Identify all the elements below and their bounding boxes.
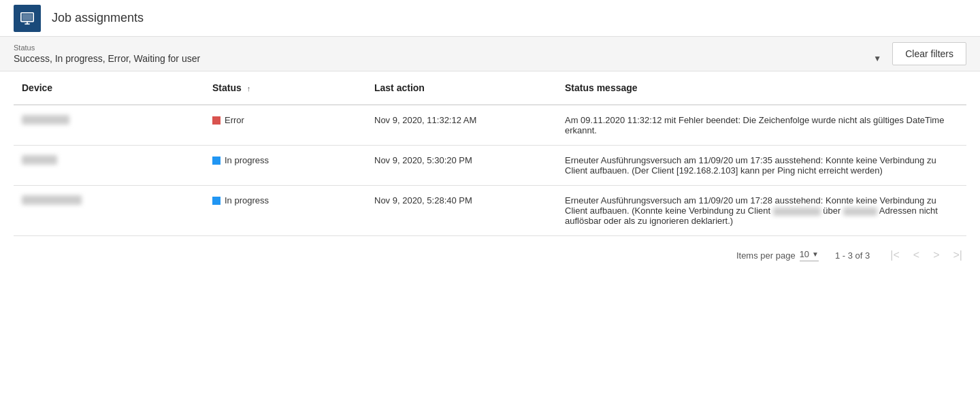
table-row: Error Nov 9, 2020, 11:32:12 AM Am 09.11.…: [14, 105, 966, 146]
pagination-range: 1 - 3 of 3: [835, 250, 870, 261]
status-filter[interactable]: Status Success, In progress, Error, Wait…: [14, 44, 881, 64]
error-status-icon: [212, 116, 220, 125]
table-row: In progress Nov 9, 2020, 5:28:40 PM Erne…: [14, 186, 966, 236]
inprogress-status-icon: [212, 197, 220, 205]
table-header: Device Status ↑ Last action Status messa…: [14, 71, 966, 105]
filter-selected-value: Success, In progress, Error, Waiting for…: [14, 53, 868, 64]
device-name-blurred: [22, 115, 69, 125]
filter-label: Status: [14, 44, 881, 52]
col-header-status[interactable]: Status ↑: [204, 71, 366, 105]
prev-page-button[interactable]: <: [909, 247, 924, 263]
job-assignments-table: Device Status ↑ Last action Status messa…: [14, 71, 966, 236]
chevron-down-icon: ▼: [812, 250, 819, 258]
first-page-button[interactable]: |<: [886, 247, 904, 263]
inprogress-status-icon: [212, 157, 220, 165]
status-message-cell: Erneuter Ausführungsversuch am 11/09/20 …: [557, 146, 966, 186]
last-action-cell: Nov 9, 2020, 5:28:40 PM: [366, 186, 557, 236]
app-header: Job assignments: [0, 0, 980, 37]
table-row: In progress Nov 9, 2020, 5:30:20 PM Erne…: [14, 146, 966, 186]
status-cell: In progress: [204, 186, 366, 236]
last-action-cell: Nov 9, 2020, 11:32:12 AM: [366, 105, 557, 146]
filter-bar: Status Success, In progress, Error, Wait…: [0, 37, 980, 71]
device-cell: [14, 105, 204, 146]
svg-rect-3: [22, 14, 33, 20]
status-label: In progress: [225, 195, 269, 206]
next-page-button[interactable]: >: [929, 247, 943, 263]
last-page-button[interactable]: >|: [949, 247, 967, 263]
status-message-cell: Erneuter Ausführungsversuch am 11/09/20 …: [557, 186, 966, 236]
table-container: Device Status ↑ Last action Status messa…: [0, 71, 980, 236]
device-name-blurred: [22, 155, 57, 165]
page-title: Job assignments: [52, 11, 144, 25]
status-label: In progress: [225, 155, 269, 165]
table-header-row: Device Status ↑ Last action Status messa…: [14, 71, 966, 105]
status-cell: Error: [204, 105, 366, 146]
filter-value-display[interactable]: Success, In progress, Error, Waiting for…: [14, 53, 881, 64]
col-header-last-action: Last action: [366, 71, 557, 105]
app-logo: [14, 5, 41, 32]
status-label: Error: [225, 115, 244, 125]
table-body: Error Nov 9, 2020, 11:32:12 AM Am 09.11.…: [14, 105, 966, 236]
col-header-device: Device: [14, 71, 204, 105]
status-message-cell: Am 09.11.2020 11:32:12 mit Fehler beende…: [557, 105, 966, 146]
device-name-blurred: [22, 195, 82, 205]
pagination-bar: Items per page 10 ▼ 1 - 3 of 3 |< < > >|: [0, 236, 980, 274]
items-per-page-label: Items per page: [736, 250, 796, 261]
monitor-icon: [20, 11, 35, 26]
items-per-page: Items per page 10 ▼: [736, 249, 819, 261]
sort-asc-icon: ↑: [247, 84, 251, 93]
last-action-cell: Nov 9, 2020, 5:30:20 PM: [366, 146, 557, 186]
device-cell: [14, 186, 204, 236]
blurred-text-2: [843, 208, 877, 216]
blurred-text-1: [773, 208, 821, 216]
items-per-page-value: 10: [800, 249, 809, 259]
chevron-down-icon: ▼: [873, 54, 881, 63]
status-cell: In progress: [204, 146, 366, 186]
items-per-page-select[interactable]: 10 ▼: [800, 249, 819, 261]
device-cell: [14, 146, 204, 186]
col-header-status-message: Status message: [557, 71, 966, 105]
clear-filters-button[interactable]: Clear filters: [892, 42, 966, 65]
